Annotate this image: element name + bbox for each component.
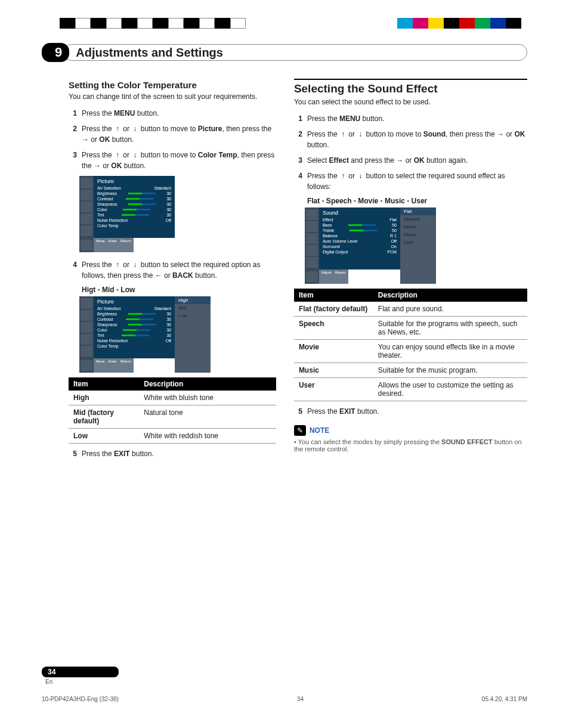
left-step4: 4Press the ↑ or ↓ button to select the r… bbox=[69, 257, 276, 283]
footer-file-ref: 10-PDP42A3HD-Eng (32-38) bbox=[42, 696, 119, 702]
colortemp-table: Item Description HighWhite with bluish t… bbox=[69, 377, 276, 444]
right-step5: 5Press the EXIT button. bbox=[294, 404, 527, 419]
note-icon: ✎ bbox=[294, 425, 306, 436]
osd-colortemp-popup: HighMidLow bbox=[175, 296, 211, 373]
color-bars-left bbox=[60, 18, 246, 29]
left-step5: 5Press the EXIT button. bbox=[69, 446, 276, 461]
page-lang: En bbox=[45, 679, 119, 685]
note-bullets: You can select the modes by simply press… bbox=[294, 438, 527, 453]
color-bars-right bbox=[397, 18, 521, 29]
sound-table: Item Description Flat (factory default)F… bbox=[294, 289, 527, 401]
right-heading: Selecting the Sound Effect bbox=[294, 79, 527, 95]
footer-mid: 34 bbox=[297, 696, 304, 702]
right-intro: You can select the sound effect to be us… bbox=[294, 98, 527, 106]
colortemp-options: Higt - Mid - Low bbox=[82, 286, 276, 294]
right-steps: 1Press the MENU button.2Press the ↑ or ↓… bbox=[294, 111, 527, 194]
footer-timestamp: 05.4.20, 4:31 PM bbox=[482, 696, 527, 702]
sound-options: Flat - Speech - Movie - Music - User bbox=[307, 197, 527, 205]
osd-sound-popup: FlatSpeechMovieMusicUser bbox=[400, 207, 436, 284]
section-number: 9 bbox=[42, 43, 69, 62]
osd-picture-2: Picture AV SelectionStandardBrightness30… bbox=[79, 296, 175, 373]
osd-picture-1: Picture AV SelectionStandardBrightness30… bbox=[79, 176, 175, 252]
note-title: NOTE bbox=[310, 426, 329, 435]
page-number-badge: 34 bbox=[42, 667, 119, 677]
osd-sound: Sound EffectFlatBass50Treble50BalanceR 1… bbox=[305, 207, 400, 284]
left-intro: You can change tint of the screen to sui… bbox=[69, 92, 276, 101]
section-title: Adjustments and Settings bbox=[63, 44, 527, 61]
left-heading: Setting the Color Temperature bbox=[69, 80, 276, 90]
left-steps: 1Press the MENU button.2Press the ↑ or ↓… bbox=[69, 106, 276, 174]
